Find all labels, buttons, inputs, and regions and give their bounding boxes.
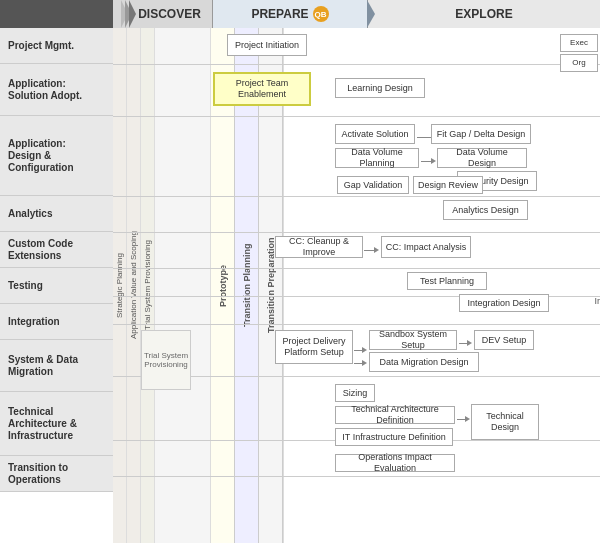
arr-line-4	[354, 350, 362, 351]
chev-3	[129, 0, 136, 28]
sidebar-item-tech-arch[interactable]: TechnicalArchitecture &Infrastructure	[0, 392, 113, 456]
box-data-migration-design: Data Migration Design	[369, 352, 479, 372]
discover-chevrons	[124, 0, 136, 28]
sidebar-label-tech-arch: TechnicalArchitecture &Infrastructure	[8, 406, 77, 442]
phase-headers: DISCOVER PREPARE QB EXPLORE	[113, 0, 600, 28]
sidebar-item-custom-code[interactable]: Custom CodeExtensions	[0, 232, 113, 268]
sidebar-item-app-des[interactable]: Application:Design &Configuration	[0, 116, 113, 196]
box-dev-setup: DEV Setup	[474, 330, 534, 350]
box-tech-arch-def: Technical Architecture Definition	[335, 406, 455, 424]
arr-line-1	[417, 137, 431, 138]
body-area: Strategic Planning Application Value and…	[113, 28, 600, 543]
box-proj-team-enable: Project Team Enablement	[213, 72, 311, 106]
content-canvas: Strategic Planning Application Value and…	[113, 28, 600, 543]
integration-partial-text: Ir	[595, 294, 601, 306]
sidebar-label-app-sol: Application:Solution Adopt.	[8, 78, 82, 102]
arr-cc	[364, 247, 380, 253]
arr-line-3	[364, 250, 374, 251]
arr-head-3	[374, 247, 379, 253]
box-sandbox-setup: Sandbox System Setup	[369, 330, 457, 350]
box-ops-impact: Operations Impact Evaluation	[335, 454, 455, 472]
sidebar-label-proj-mgmt: Project Mgmt.	[8, 40, 74, 52]
phase-header-explore: EXPLORE	[368, 0, 600, 28]
sidebar-label-analytics: Analytics	[8, 208, 52, 220]
sidebar: Project Mgmt. Application:Solution Adopt…	[0, 0, 113, 543]
app-container: Project Mgmt. Application:Solution Adopt…	[0, 0, 600, 543]
box-proj-delivery: Project Delivery Platform Setup	[275, 330, 353, 364]
box-org: Org	[560, 54, 598, 72]
arr-tech-arch-des	[457, 416, 471, 422]
right-panel: DISCOVER PREPARE QB EXPLORE Strategic Pl…	[113, 0, 600, 543]
arr-line-2	[421, 161, 431, 162]
box-fit-gap: Fit Gap / Delta Design	[431, 124, 531, 144]
arr-data-mig	[354, 360, 368, 366]
arr-proj-del	[354, 347, 368, 353]
box-proj-initiation: Project Initiation	[227, 34, 307, 56]
sidebar-item-proj-mgmt[interactable]: Project Mgmt.	[0, 28, 113, 64]
phase-header-prepare: PREPARE QB	[213, 0, 368, 28]
arr-head-2	[431, 158, 436, 164]
arr-line-5	[459, 343, 467, 344]
arr-line-6	[354, 363, 362, 364]
box-gap-validation: Gap Validation	[337, 176, 409, 194]
sidebar-item-app-sol[interactable]: Application:Solution Adopt.	[0, 64, 113, 116]
box-data-volume-plan: Data Volume Planning	[335, 148, 419, 168]
box-data-volume-design: Data Volume Design	[437, 148, 527, 168]
box-design-review: Design Review	[413, 176, 483, 194]
sidebar-item-integration[interactable]: Integration	[0, 304, 113, 340]
arr-head-7	[465, 416, 470, 422]
trial-system-prov-box: Trial System Provisioning	[141, 330, 191, 390]
box-integration-design: Integration Design	[459, 294, 549, 312]
sidebar-label-transition-ops: Transition toOperations	[8, 462, 68, 486]
sidebar-item-analytics[interactable]: Analytics	[0, 196, 113, 232]
box-it-infra-def: IT Infrastructure Definition	[335, 428, 453, 446]
arr-dvp-dvd	[421, 158, 437, 164]
box-cc-impact: CC: Impact Analysis	[381, 236, 471, 258]
arr-head-4	[362, 347, 367, 353]
stripe-discover	[155, 28, 211, 543]
stripe-app-value: Application Value and Scoping	[127, 28, 141, 543]
discover-label: DISCOVER	[138, 7, 201, 21]
phase-header-discover: DISCOVER	[113, 0, 213, 28]
arr-head-6	[362, 360, 367, 366]
arr-line-7	[457, 419, 465, 420]
box-exec: Exec	[560, 34, 598, 52]
box-sizing: Sizing	[335, 384, 375, 402]
sidebar-header	[0, 0, 113, 28]
arr-sandbox-dev	[459, 340, 473, 346]
sidebar-label-system-data: System & DataMigration	[8, 354, 78, 378]
stripe-strategic: Strategic Planning	[113, 28, 127, 543]
box-technical-design: Technical Design	[471, 404, 539, 440]
arr-head-5	[467, 340, 472, 346]
prepare-badge: QB	[313, 6, 329, 22]
stripe-trial-label: Trial System Provisioning	[141, 28, 154, 543]
box-cc-cleanup: CC: Cleanup & Improve	[275, 236, 363, 258]
sidebar-label-integration: Integration	[8, 316, 60, 328]
box-test-planning: Test Planning	[407, 272, 487, 290]
prepare-arrow	[367, 0, 375, 28]
sidebar-label-custom-code: Custom CodeExtensions	[8, 238, 73, 262]
sidebar-item-transition-ops[interactable]: Transition toOperations	[0, 456, 113, 492]
box-activate-solution: Activate Solution	[335, 124, 415, 144]
box-analytics-design: Analytics Design	[443, 200, 528, 220]
stripe-trial: Trial System Provisioning	[141, 28, 155, 543]
sidebar-item-testing[interactable]: Testing	[0, 268, 113, 304]
sidebar-label-testing: Testing	[8, 280, 43, 292]
explore-label: EXPLORE	[455, 7, 512, 21]
sidebar-item-system-data[interactable]: System & DataMigration	[0, 340, 113, 392]
box-learning-design: Learning Design	[335, 78, 425, 98]
prepare-label: PREPARE	[251, 7, 308, 21]
sidebar-label-app-des: Application:Design &Configuration	[8, 138, 74, 174]
stripe-app-value-label: Application Value and Scoping	[127, 28, 140, 543]
stripe-strategic-label: Strategic Planning	[113, 28, 126, 543]
